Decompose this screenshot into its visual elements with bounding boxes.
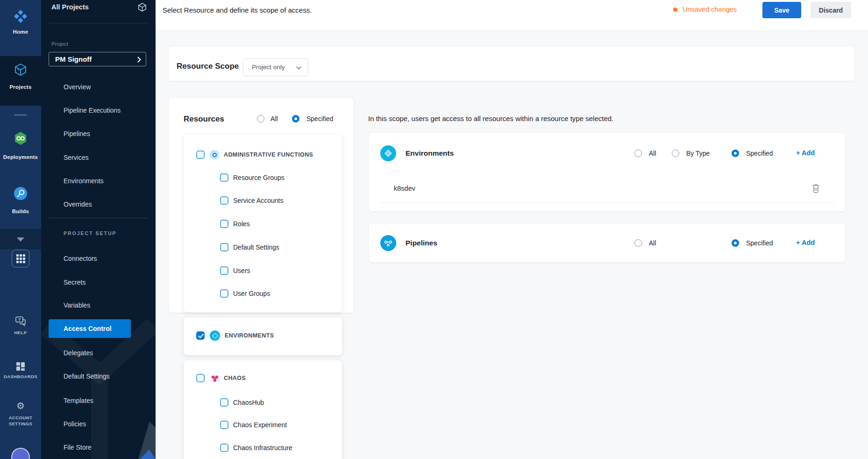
environments-icon: [210, 330, 220, 341]
item-label[interactable]: Service Accounts: [233, 196, 283, 205]
item-label[interactable]: Resource Groups: [233, 173, 285, 182]
checkbox-user-groups[interactable]: [220, 289, 228, 298]
checkbox-chaos-experiment[interactable]: [220, 421, 228, 429]
env-radio-specified-label[interactable]: Specified: [746, 149, 773, 158]
rail-item-account-settings[interactable]: ⚙ ACCOUNT SETTINGS: [0, 400, 41, 433]
item-label[interactable]: Chaos Infrastructure: [233, 444, 292, 452]
help-chat-icon: ?: [14, 315, 27, 329]
sidebar-item-overview[interactable]: Overview: [64, 82, 91, 92]
card-title: Environments: [406, 149, 454, 158]
administrative-functions-icon: [210, 150, 219, 159]
item-label[interactable]: Users: [233, 266, 250, 275]
item-label[interactable]: Roles: [233, 220, 250, 228]
env-radio-by-type-label[interactable]: By Type: [686, 149, 710, 158]
all-projects-link[interactable]: All Projects: [51, 3, 89, 11]
page-header: Select Resource and define its scope of …: [156, 0, 868, 31]
env-radio-specified[interactable]: [732, 150, 739, 157]
pipe-radio-all-label[interactable]: All: [649, 239, 656, 247]
item-label[interactable]: ChaosHub: [233, 398, 264, 407]
save-button[interactable]: Save: [762, 2, 801, 18]
chevron-right-icon: [137, 57, 141, 63]
rail-label-account-settings: ACCOUNT SETTINGS: [4, 415, 37, 427]
resources-radio-all-label[interactable]: All: [270, 115, 278, 123]
checkbox-users[interactable]: [220, 266, 228, 275]
sidebar-item-policies[interactable]: Policies: [64, 419, 86, 429]
sidebar-divider: [49, 23, 148, 23]
scope-dropdown[interactable]: Project only: [243, 58, 308, 76]
group-label: ADMINISTRATIVE FUNCTIONS: [224, 151, 313, 158]
environments-icon: [380, 145, 396, 161]
sidebar-item-default-settings[interactable]: Default Settings: [64, 372, 110, 381]
gear-icon: ⚙: [0, 400, 41, 411]
group-label: CHAOS: [224, 375, 246, 381]
project-selector[interactable]: PM Signoff: [49, 52, 146, 66]
rail-item-home[interactable]: Home: [0, 0, 41, 56]
sidebar-item-templates[interactable]: Templates: [64, 396, 93, 405]
checkbox-chaoshub[interactable]: [220, 398, 228, 407]
item-label[interactable]: User Groups: [233, 289, 270, 298]
rail-divider: [14, 115, 27, 115]
rail-item-builds[interactable]: Builds: [0, 180, 41, 221]
sidebar-item-file-store[interactable]: File Store: [64, 443, 92, 452]
env-entry-k8sdev: k8sdev: [394, 185, 415, 192]
checkbox-chaos-infrastructure[interactable]: [220, 444, 228, 452]
checkbox-service-accounts[interactable]: [220, 196, 228, 205]
resources-title: Resources: [184, 115, 224, 124]
item-label[interactable]: Default Settings: [233, 243, 279, 251]
builds-icon: [13, 186, 28, 203]
sidebar-item-delegates[interactable]: Delegates: [64, 348, 93, 358]
page-title: Select Resource and define its scope of …: [163, 6, 312, 14]
sidebar-item-overrides[interactable]: Overrides: [64, 200, 92, 209]
cube-icon[interactable]: [137, 2, 147, 14]
rail-item-deployments[interactable]: Deployments: [0, 124, 41, 166]
rail-item-help[interactable]: ? HELP: [0, 313, 41, 341]
sidebar-item-services[interactable]: Services: [64, 153, 89, 162]
checkbox-resource-groups[interactable]: [220, 173, 228, 182]
deployments-icon: [13, 131, 28, 148]
user-avatar[interactable]: [11, 448, 30, 459]
checkbox-administrative-functions[interactable]: [196, 151, 205, 159]
rail-label-dashboards: DASHBOARDS: [0, 374, 41, 380]
sidebar-item-connectors[interactable]: Connectors: [64, 254, 97, 263]
environments-scope-card: Environments All By Type Specified + Add…: [368, 132, 846, 212]
sidebar-item-pipelines[interactable]: Pipelines: [64, 129, 90, 138]
checkbox-roles[interactable]: [220, 220, 228, 228]
sidebar-item-pipeline-executions[interactable]: Pipeline Executions: [64, 106, 121, 115]
resource-scope-card: Resource Scope Project only: [168, 46, 855, 81]
checkbox-default-settings[interactable]: [220, 243, 228, 251]
module-picker-button[interactable]: [12, 250, 29, 267]
pipe-radio-specified[interactable]: [732, 239, 739, 247]
group-card-administrative-functions: ADMINISTRATIVE FUNCTIONS Resource Groups…: [184, 135, 342, 312]
resources-radio-specified-label[interactable]: Specified: [306, 115, 334, 123]
project-sidebar: All Projects Project PM Signoff Overview…: [41, 0, 156, 459]
group-label: ENVIRONMENTS: [225, 332, 274, 339]
sidebar-item-environments[interactable]: Environments: [64, 176, 104, 186]
svg-text:?: ?: [18, 317, 21, 322]
pipe-radio-all[interactable]: [634, 239, 642, 247]
sidebar-item-variables[interactable]: Variables: [64, 301, 90, 310]
chevron-down-icon[interactable]: [17, 237, 24, 242]
resources-radio-all[interactable]: [257, 115, 264, 122]
rail-item-dashboards[interactable]: DASHBOARDS: [0, 358, 41, 385]
env-add-button[interactable]: + Add: [796, 149, 815, 157]
trash-icon[interactable]: [811, 183, 820, 195]
project-setup-section-label: PROJECT SETUP: [64, 230, 117, 236]
pipe-add-button[interactable]: + Add: [796, 239, 815, 246]
sidebar-item-access-control[interactable]: Access Control: [64, 324, 112, 333]
scope-info-text: In this scope, users get access to all r…: [368, 115, 613, 122]
group-card-chaos: CHAOS ChaosHub Chaos Experiment Chaos In…: [184, 360, 342, 459]
checkbox-chaos[interactable]: [196, 374, 205, 382]
resources-radio-specified[interactable]: [292, 115, 299, 122]
sidebar-item-secrets[interactable]: Secrets: [64, 278, 85, 287]
module-rail: Home Projects Deployments: [0, 0, 41, 459]
discard-button[interactable]: Discard: [811, 2, 851, 18]
env-radio-by-type[interactable]: [672, 150, 679, 157]
pipe-radio-specified-label[interactable]: Specified: [746, 239, 773, 247]
resource-scope-label: Resource Scope: [177, 62, 239, 71]
item-label[interactable]: Chaos Experiment: [233, 421, 287, 429]
env-radio-all-label[interactable]: All: [649, 149, 656, 158]
env-radio-all[interactable]: [634, 150, 642, 157]
rail-item-projects[interactable]: Projects: [0, 56, 41, 106]
rail-label-home: Home: [0, 29, 41, 35]
checkbox-environments[interactable]: [196, 331, 205, 340]
